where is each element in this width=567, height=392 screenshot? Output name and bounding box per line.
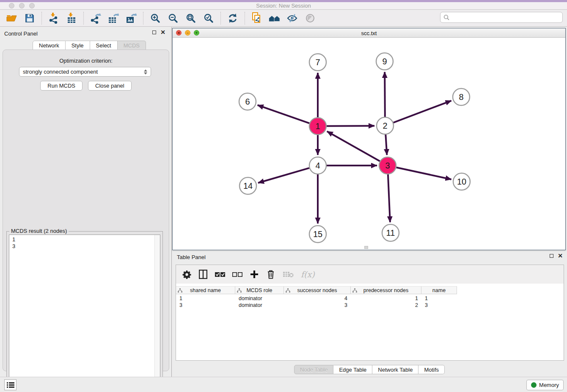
zoom-out-icon[interactable] xyxy=(167,12,179,24)
tab-network-table[interactable]: Network Table xyxy=(372,365,418,374)
save-session-icon[interactable] xyxy=(24,12,36,24)
cell-successor-nodes[interactable]: 4 xyxy=(284,295,351,302)
select-all-columns-icon[interactable] xyxy=(215,269,225,279)
control-panel: Control Panel ✕ NetworkStyleSelectMCDS O… xyxy=(0,27,172,377)
import-table-icon[interactable] xyxy=(66,12,77,24)
graph-edge-1-2[interactable] xyxy=(327,126,374,126)
graph-edge-2-9[interactable] xyxy=(385,72,385,117)
cell-predecessor-nodes[interactable]: 1 xyxy=(351,295,421,302)
search-icon xyxy=(443,14,450,21)
table-row-1[interactable]: 1dominator411 xyxy=(176,295,457,302)
dropdown-stepper-icon xyxy=(144,69,147,75)
graph-node-label-7: 7 xyxy=(315,58,320,67)
table-tabs: Node TableEdge TableNetwork TableMotifs xyxy=(172,365,567,374)
zoom-in-icon[interactable] xyxy=(149,12,161,24)
deselect-all-columns-icon[interactable] xyxy=(232,269,242,279)
clone-network-icon[interactable] xyxy=(251,12,263,24)
table-panel: Table Panel ✕ xyxy=(172,252,567,377)
tab-style[interactable]: Style xyxy=(66,41,90,50)
run-mcds-button[interactable]: Run MCDS xyxy=(40,81,83,91)
titlebar-accent-strip xyxy=(0,0,567,2)
graph-node-label-3: 3 xyxy=(385,161,390,170)
search-input[interactable] xyxy=(450,14,562,21)
graph-edge-3-11[interactable] xyxy=(388,174,390,222)
graph-edge-3-1[interactable] xyxy=(327,131,380,161)
graph-edge-2-8[interactable] xyxy=(394,101,451,123)
network-window-title: scc.txt xyxy=(173,30,565,36)
memory-button[interactable]: Memory xyxy=(526,380,564,390)
search-field[interactable] xyxy=(440,12,563,23)
zoom-selected-icon[interactable] xyxy=(203,12,215,24)
tab-motifs[interactable]: Motifs xyxy=(418,365,445,374)
column-header-shared-name[interactable]: shared name xyxy=(176,286,235,294)
criterion-dropdown[interactable]: strongly connected component xyxy=(19,67,151,77)
table-container: f(x) shared nameMCDS rolesuccessor nodes… xyxy=(176,265,564,361)
export-table-icon[interactable] xyxy=(107,12,119,24)
table-row-3[interactable]: 3dominator323 xyxy=(176,302,457,309)
horizontal-scrollbar-handle[interactable] xyxy=(364,246,368,249)
cell-successor-nodes[interactable]: 3 xyxy=(284,302,351,309)
add-column-icon[interactable] xyxy=(250,269,259,279)
delete-table-icon[interactable] xyxy=(283,269,294,279)
refresh-icon[interactable] xyxy=(227,12,239,24)
memory-status-icon xyxy=(531,382,537,388)
list-icon xyxy=(7,382,14,388)
open-session-icon[interactable] xyxy=(6,12,18,24)
task-history-button[interactable] xyxy=(4,379,17,390)
hide-selected-icon[interactable] xyxy=(286,12,298,24)
tab-network[interactable]: Network xyxy=(33,41,66,50)
column-type-icon xyxy=(178,288,182,293)
network-view-window: ✕ − + scc.txt 7968124314101511 xyxy=(172,28,566,250)
main-toolbar xyxy=(0,10,567,27)
tab-edge-table[interactable]: Edge Table xyxy=(333,365,372,374)
graph-node-label-2: 2 xyxy=(383,121,387,130)
application-window: Session: New Session xyxy=(0,0,567,392)
settings-gear-icon[interactable] xyxy=(182,269,191,279)
table-close-panel-icon[interactable]: ✕ xyxy=(558,254,563,258)
zoom-fit-icon[interactable] xyxy=(185,12,197,24)
graph-edge-3-10[interactable] xyxy=(396,167,451,179)
import-network-icon[interactable] xyxy=(48,12,60,24)
tab-select[interactable]: Select xyxy=(90,41,118,50)
first-neighbors-icon[interactable] xyxy=(269,12,281,24)
cell-shared-name[interactable]: 3 xyxy=(176,302,235,309)
function-builder-icon[interactable]: f(x) xyxy=(301,269,315,279)
mcds-result-list[interactable]: 1 3 xyxy=(9,235,160,388)
mcds-result-lines: 1 3 xyxy=(9,235,160,250)
graph-edge-4-14[interactable] xyxy=(258,168,309,183)
cell-MCDS-role[interactable]: dominator xyxy=(235,302,284,309)
cell-name[interactable]: 1 xyxy=(421,295,457,302)
close-panel-button[interactable]: Close panel xyxy=(88,81,132,91)
cell-predecessor-nodes[interactable]: 2 xyxy=(351,302,421,309)
graph-node-label-8: 8 xyxy=(459,92,463,102)
graph-edge-2-3[interactable] xyxy=(385,135,387,155)
column-header-name[interactable]: name xyxy=(421,286,457,294)
column-header-predecessor-nodes[interactable]: predecessor nodes xyxy=(351,286,421,294)
tab-node-table[interactable]: Node Table xyxy=(294,365,334,374)
cell-name[interactable]: 3 xyxy=(421,302,457,309)
column-layout-icon[interactable] xyxy=(198,269,208,279)
cell-shared-name[interactable]: 1 xyxy=(176,295,235,302)
delete-column-icon[interactable] xyxy=(266,269,275,279)
status-bar: Memory xyxy=(0,377,567,392)
column-header-successor-nodes[interactable]: successor nodes xyxy=(284,286,351,294)
table-float-panel-icon[interactable] xyxy=(550,254,553,258)
show-all-icon[interactable] xyxy=(304,12,316,24)
title-bar: Session: New Session xyxy=(0,0,567,10)
optimization-criterion-label: Optimization criterion: xyxy=(3,58,169,64)
result-scrollbar[interactable] xyxy=(154,235,160,387)
export-image-icon[interactable] xyxy=(125,12,137,24)
export-network-icon[interactable] xyxy=(90,12,102,24)
close-panel-icon[interactable]: ✕ xyxy=(160,30,165,34)
graph-edge-1-6[interactable] xyxy=(258,105,310,123)
control-panel-tabs: NetworkStyleSelectMCDS xyxy=(33,41,146,50)
table-header-row: shared nameMCDS rolesuccessor nodesprede… xyxy=(176,286,457,294)
column-header-MCDS-role[interactable]: MCDS role xyxy=(235,286,284,294)
network-window-titlebar[interactable]: ✕ − + scc.txt xyxy=(173,28,565,38)
float-panel-icon[interactable] xyxy=(152,30,156,34)
column-type-icon xyxy=(286,288,290,293)
network-canvas[interactable]: 7968124314101511 xyxy=(173,38,565,250)
cell-MCDS-role[interactable]: dominator xyxy=(235,295,284,302)
criterion-dropdown-value: strongly connected component xyxy=(23,69,144,75)
tab-mcds[interactable]: MCDS xyxy=(118,41,146,50)
